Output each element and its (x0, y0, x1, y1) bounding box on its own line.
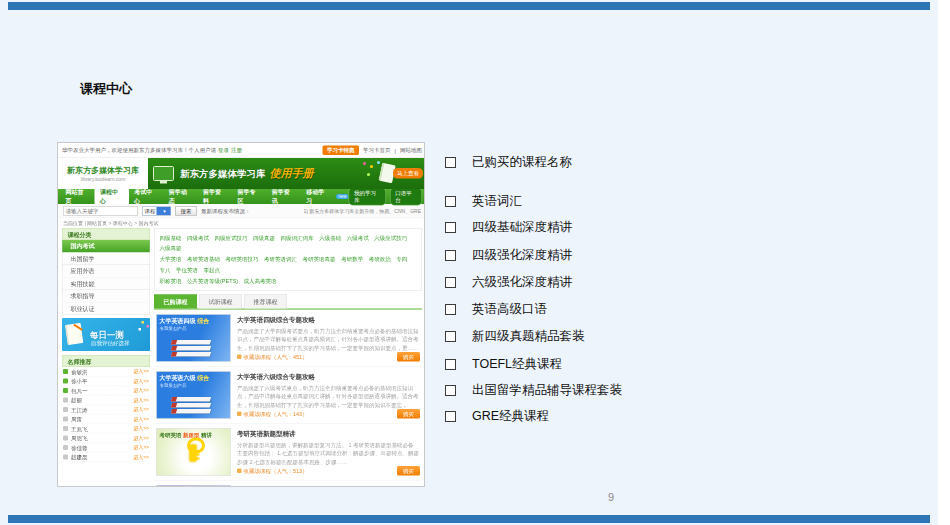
checkbox-icon[interactable] (445, 196, 456, 207)
register-link[interactable]: 注册 (231, 147, 242, 155)
card-home-link[interactable]: 学习卡首页 (363, 147, 391, 155)
teacher-row: 王江涛进入>> (62, 405, 150, 415)
nav-item-home[interactable]: 网站首页 (60, 189, 94, 204)
course-tabs: 已购课程 试听课程 推荐课程 (154, 295, 422, 310)
sidebar-item-study-abroad[interactable]: 出国留学 (62, 253, 150, 266)
teacher-avatar (63, 445, 68, 450)
enter-link[interactable]: 进入>> (133, 406, 149, 413)
manual-banner[interactable]: 新东方多媒体学习库 使用手册 马上查看 (148, 158, 425, 189)
teacher-row: 徐小平进入>> (62, 377, 150, 387)
course-title[interactable]: 考研英语新题型精讲 (237, 429, 420, 438)
buy-button[interactable]: 购买 (397, 466, 420, 476)
nav-item-abroad-zone[interactable]: 留学专区 (232, 189, 266, 204)
slide-canvas: 课程中心 9 已购买的课程名称 英语词汇 四级基础深度精讲 四级强化深度精讲 六… (0, 0, 938, 525)
checkbox-icon[interactable] (445, 359, 456, 370)
enter-link[interactable]: 进入>> (133, 425, 149, 432)
buy-button[interactable]: 购买 (397, 409, 420, 419)
course-title[interactable]: 大学英语四级综合专题攻略 (237, 315, 420, 324)
view-manual-button[interactable]: 马上查看 (393, 168, 423, 179)
search-input[interactable] (63, 206, 138, 215)
teacher-avatar (63, 436, 68, 441)
enter-link[interactable]: 进入>> (133, 416, 149, 423)
course-title[interactable]: 大学英语六级综合专题攻略 (237, 372, 420, 381)
tab-recommended[interactable]: 推荐课程 (244, 295, 287, 309)
nav-item-abroad-material[interactable]: 留学资料 (198, 189, 232, 204)
checkbox-icon[interactable] (445, 331, 456, 342)
search-button[interactable]: 搜索 (175, 206, 197, 215)
sidebar-item-domestic-exams[interactable]: 国内考试 (62, 240, 150, 253)
course-title[interactable]: 新四级强化深度精讲 (237, 486, 420, 487)
course-thumbnail[interactable]: 大学英语四级 综合 专题策划产品 (156, 314, 231, 362)
course-thumbnail[interactable]: 考研英语 新题型 精讲 (156, 428, 231, 476)
course-thumbnail[interactable]: 新四级强化 深度精讲 (156, 485, 231, 487)
list-item: 四级强化深度精讲 (445, 247, 572, 264)
checkbox-icon[interactable] (445, 277, 456, 288)
category-header: 课程分类 (62, 228, 150, 240)
favorite-meta[interactable]: 收藏该课程（人气：143） (237, 410, 308, 418)
list-item: 新四级真题精品套装 (445, 328, 585, 345)
my-library-button[interactable]: 我的学习库 (348, 188, 385, 206)
main-nav: 网站首页 课程中心 考试中心 留学动态 留学资料 留学专区 留学资讯 移动学习 … (58, 189, 425, 204)
enter-link[interactable]: 进入>> (133, 435, 149, 442)
sidebar-item-certification[interactable]: 职业认证 (62, 303, 150, 316)
teachers-header: 名师推荐 (62, 355, 150, 367)
checkbox-icon[interactable] (445, 222, 456, 233)
speaking-platform-button[interactable]: 口语平台 (390, 188, 422, 206)
enter-link[interactable]: 进入>> (133, 454, 149, 461)
nav-item-abroad-news[interactable]: 留学动态 (163, 189, 197, 204)
site-topbar: 华中农业大学用户，欢迎使用新东方多媒体学习库！个人用户请 登录 注册 学习卡特惠… (58, 143, 425, 158)
enter-link[interactable]: 进入>> (133, 368, 149, 375)
sidebar-item-practical-skills[interactable]: 实用技能 (62, 278, 150, 291)
teacher-name: 王江涛 (71, 406, 88, 414)
course-description: 分析新题型出题思路，讲解新题型复习方法。 1 考研英语新题型基础必备 主要内容包… (237, 441, 420, 467)
course-thumbnail[interactable]: 大学英语六级 综合 专题策划产品 (156, 371, 231, 419)
login-link[interactable]: 登录 (218, 147, 229, 155)
nav-item-mobile[interactable]: 移动学习 (301, 189, 335, 204)
list-item: 英语高级口语 (445, 301, 547, 318)
promo-button[interactable]: 学习卡特惠 (323, 146, 360, 156)
enter-link[interactable]: 进入>> (133, 397, 149, 404)
teacher-avatar (63, 388, 68, 393)
notebook-pencil-icon (65, 323, 84, 345)
bottom-accent-bar (8, 515, 930, 523)
separator: | (395, 147, 396, 153)
course-description: 产品涵盖了六级考试重点，听力方法全归纳重要考点必备的基础语法知识点，产品中详解每… (237, 384, 420, 410)
checkbox-icon[interactable] (445, 157, 456, 168)
tab-purchased[interactable]: 已购课程 (154, 295, 197, 309)
nav-item-courses[interactable]: 课程中心 (94, 189, 128, 204)
tab-trial[interactable]: 试听课程 (199, 295, 242, 309)
tag-row[interactable]: 大学英语 考研英语基础 考研英语技巧 考研英语词汇 考研英语真题 考研数学 考研… (160, 254, 417, 275)
nav-item-abroad-info[interactable]: 留学资讯 (266, 189, 300, 204)
category-select[interactable]: 课程 ▼ (142, 206, 171, 215)
sidebar-item-applied-language[interactable]: 应用外语 (62, 265, 150, 278)
list-item: 四级基础深度精讲 (445, 219, 572, 236)
course-checklist: 已购买的课程名称 英语词汇 四级基础深度精讲 四级强化深度精讲 六级强化深度精讲… (445, 150, 925, 450)
enter-link[interactable]: 进入>> (133, 444, 149, 451)
teacher-avatar (63, 369, 68, 374)
top-accent-bar (8, 2, 930, 10)
checkbox-icon[interactable] (445, 385, 456, 396)
stars-icon (142, 321, 145, 324)
tag-row[interactable]: 职称英语 公共英语等级(PETS) 成人高考英语 (160, 275, 417, 286)
nav-item-exams[interactable]: 考试中心 (129, 189, 163, 204)
favorite-meta[interactable]: 收藏该课程（人气：513） (237, 467, 308, 475)
buy-button[interactable]: 购买 (397, 352, 420, 362)
list-item: GRE经典课程 (445, 408, 549, 425)
daily-test-banner[interactable]: 每日一测 自我评估好选择 (62, 318, 150, 351)
enter-link[interactable]: 进入>> (133, 378, 149, 385)
category-value: 课程 (143, 207, 157, 215)
teacher-row: 徐佳蓉进入>> (62, 443, 150, 453)
favorite-meta[interactable]: 收藏该课程（人气：451） (237, 353, 308, 361)
chevron-down-icon: ▼ (157, 207, 171, 215)
sidebar-item-career-guidance[interactable]: 求职指导 (62, 290, 150, 303)
checkbox-icon[interactable] (445, 250, 456, 261)
site-logo[interactable]: 新东方多媒体学习库 library.koolearn.com (58, 158, 148, 189)
checkbox-icon[interactable] (445, 304, 456, 315)
site-header: 新东方多媒体学习库 library.koolearn.com 新东方多媒体学习库… (58, 158, 425, 189)
checkbox-icon[interactable] (445, 411, 456, 422)
tag-row[interactable]: 四级基础 四级考试 四级应试技巧 四级真题 四级词汇词库 六级基础 六级考试 六… (160, 233, 417, 254)
teacher-name: 徐佳蓉 (71, 444, 88, 452)
enter-link[interactable]: 进入>> (133, 387, 149, 394)
sitemap-link[interactable]: 网站地图 (400, 147, 422, 155)
main-content: 四级基础 四级考试 四级应试技巧 四级真题 四级词汇词库 六级基础 六级考试 六… (154, 228, 422, 487)
